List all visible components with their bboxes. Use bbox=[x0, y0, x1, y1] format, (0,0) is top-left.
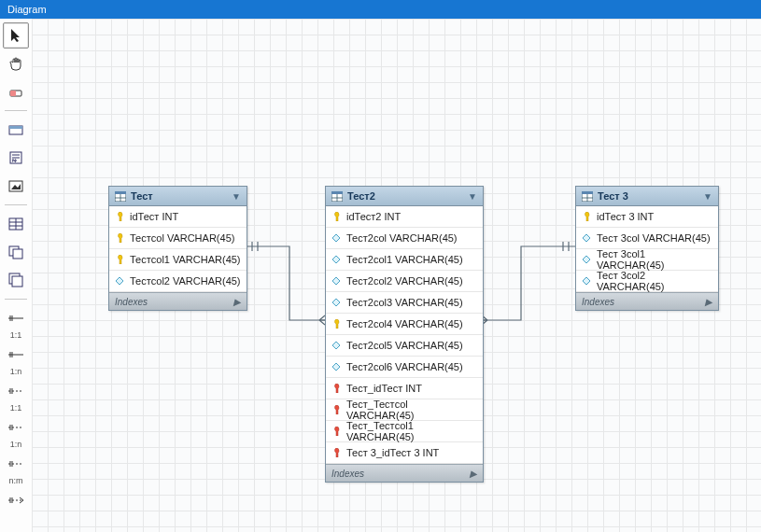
column-row[interactable]: idТест 3 INT bbox=[576, 206, 718, 228]
primary-key-icon bbox=[331, 319, 341, 329]
column-label: Тест 3_idТест 3 INT bbox=[346, 447, 439, 458]
diagram-canvas[interactable]: Тест▼idТест INTТестcol VARCHAR(45)Тестco… bbox=[32, 19, 761, 532]
hand-tool[interactable] bbox=[3, 50, 29, 77]
table-header[interactable]: Тест2▼ bbox=[326, 187, 483, 206]
table-t3[interactable]: Тест 3▼idТест 3 INTТест 3col VARCHAR(45)… bbox=[575, 186, 719, 311]
separator bbox=[5, 299, 27, 300]
table-title: Тест 3 bbox=[598, 190, 698, 202]
foreign-key-icon bbox=[331, 405, 341, 414]
title-bar: Diagram bbox=[0, 0, 761, 19]
new-layer-tool[interactable] bbox=[3, 117, 29, 143]
view-icon bbox=[8, 245, 23, 259]
primary-key-icon bbox=[331, 212, 341, 221]
relation-icon bbox=[8, 347, 23, 362]
relation-icon bbox=[8, 384, 23, 399]
column-icon bbox=[331, 362, 341, 371]
expand-icon[interactable]: ▶ bbox=[233, 297, 241, 307]
column-row[interactable]: Тест 3col2 VARCHAR(45) bbox=[576, 271, 718, 292]
column-label: Тест2col3 VARCHAR(45) bbox=[346, 297, 463, 308]
pointer-icon bbox=[8, 28, 23, 43]
column-row[interactable]: Тестcol2 VARCHAR(45) bbox=[109, 271, 247, 292]
relation-icon bbox=[8, 420, 23, 435]
collapse-icon[interactable]: ▼ bbox=[468, 191, 477, 202]
table-t2[interactable]: Тест2▼idТест2 INTТест2col VARCHAR(45)Тес… bbox=[325, 186, 484, 483]
table-icon bbox=[582, 191, 593, 202]
column-row[interactable]: Тест2col3 VARCHAR(45) bbox=[326, 292, 483, 314]
new-table-tool[interactable] bbox=[3, 211, 29, 237]
column-row[interactable]: Тест2col2 VARCHAR(45) bbox=[326, 271, 483, 292]
one-to-one-id[interactable] bbox=[3, 378, 29, 404]
column-row[interactable]: Тест 3col1 VARCHAR(45) bbox=[576, 249, 718, 271]
column-label: Тест2col6 VARCHAR(45) bbox=[346, 361, 463, 372]
column-label: Тест 3col2 VARCHAR(45) bbox=[597, 270, 712, 292]
relation-label: 1:1 bbox=[10, 404, 22, 413]
collapse-icon[interactable]: ▼ bbox=[703, 191, 712, 202]
column-label: Тест 3col VARCHAR(45) bbox=[597, 232, 711, 244]
table-title: Тест2 bbox=[347, 190, 463, 202]
column-row[interactable]: Тест 3col VARCHAR(45) bbox=[576, 228, 718, 249]
relation-label: 1:1 bbox=[10, 331, 22, 340]
relation-icon bbox=[8, 311, 23, 326]
primary-key-icon bbox=[115, 233, 124, 243]
relation-icon bbox=[8, 456, 23, 471]
table-icon bbox=[8, 217, 23, 231]
one-to-many-nonid[interactable] bbox=[3, 342, 29, 368]
column-label: Тестcol1 VARCHAR(45) bbox=[130, 254, 241, 265]
column-row[interactable]: idТест2 INT bbox=[326, 206, 483, 228]
column-label: Тестcol2 VARCHAR(45) bbox=[130, 275, 241, 287]
eraser-tool[interactable] bbox=[3, 78, 29, 105]
column-row[interactable]: Тест2col1 VARCHAR(45) bbox=[326, 249, 483, 271]
image-tool[interactable] bbox=[3, 173, 29, 199]
foreign-key-icon bbox=[331, 384, 341, 393]
column-row[interactable]: Тест2col4 VARCHAR(45) bbox=[326, 314, 483, 335]
column-icon bbox=[582, 233, 591, 243]
column-label: Тест2col2 VARCHAR(45) bbox=[346, 275, 463, 287]
column-icon bbox=[331, 276, 341, 286]
column-row[interactable]: Тест2col5 VARCHAR(45) bbox=[326, 335, 483, 357]
column-row[interactable]: Тестcol1 VARCHAR(45) bbox=[109, 249, 247, 271]
column-label: Тест_Тестcol VARCHAR(45) bbox=[346, 399, 477, 421]
note-tool[interactable] bbox=[3, 145, 29, 171]
column-row[interactable]: Тест2col6 VARCHAR(45) bbox=[326, 357, 483, 378]
table-icon bbox=[331, 191, 343, 202]
separator bbox=[5, 204, 27, 205]
column-label: idТест2 INT bbox=[346, 211, 401, 222]
collapse-icon[interactable]: ▼ bbox=[232, 191, 241, 202]
relation-icon bbox=[8, 493, 23, 508]
relation-label: 1:n bbox=[10, 441, 22, 449]
relation-label: n:m bbox=[8, 477, 22, 485]
indexes-section[interactable]: Indexes▶ bbox=[576, 292, 718, 310]
column-row[interactable]: Тест_Тестcol VARCHAR(45) bbox=[326, 399, 483, 421]
table-header[interactable]: Тест 3▼ bbox=[576, 187, 718, 206]
new-view-tool[interactable] bbox=[3, 239, 29, 265]
pointer-tool[interactable] bbox=[3, 22, 29, 49]
expand-icon[interactable]: ▶ bbox=[470, 469, 477, 479]
expand-icon[interactable]: ▶ bbox=[705, 297, 712, 307]
indexes-label: Indexes bbox=[115, 297, 148, 307]
relation-existing[interactable] bbox=[3, 487, 29, 513]
column-row[interactable]: idТест INT bbox=[109, 206, 247, 228]
indexes-section[interactable]: Indexes▶ bbox=[109, 292, 247, 310]
column-label: Тест_Тестcol1 VARCHAR(45) bbox=[346, 420, 477, 442]
table-t1[interactable]: Тест▼idТест INTТестcol VARCHAR(45)Тестco… bbox=[108, 186, 247, 311]
column-icon bbox=[582, 276, 591, 286]
column-label: Тест2col1 VARCHAR(45) bbox=[346, 254, 463, 265]
column-icon bbox=[331, 255, 341, 264]
primary-key-icon bbox=[115, 255, 124, 264]
many-to-many[interactable] bbox=[3, 451, 29, 477]
table-header[interactable]: Тест▼ bbox=[109, 187, 247, 206]
one-to-one-nonid[interactable] bbox=[3, 305, 29, 331]
column-row[interactable]: Тест 3_idТест 3 INT bbox=[326, 442, 483, 464]
indexes-section[interactable]: Indexes▶ bbox=[326, 464, 483, 482]
routine-tool[interactable] bbox=[3, 267, 29, 293]
column-row[interactable]: Тестcol VARCHAR(45) bbox=[109, 228, 247, 249]
layer-icon bbox=[8, 122, 23, 137]
column-row[interactable]: Тест2col VARCHAR(45) bbox=[326, 228, 483, 249]
column-row[interactable]: Тест_Тестcol1 VARCHAR(45) bbox=[326, 421, 483, 442]
one-to-many-id[interactable] bbox=[3, 414, 29, 441]
column-row[interactable]: Тест_idТест INT bbox=[326, 378, 483, 399]
image-icon bbox=[8, 178, 23, 193]
primary-key-icon bbox=[115, 212, 124, 221]
toolbar: 1:11:n1:11:nn:m bbox=[0, 19, 33, 532]
foreign-key-icon bbox=[331, 448, 341, 457]
